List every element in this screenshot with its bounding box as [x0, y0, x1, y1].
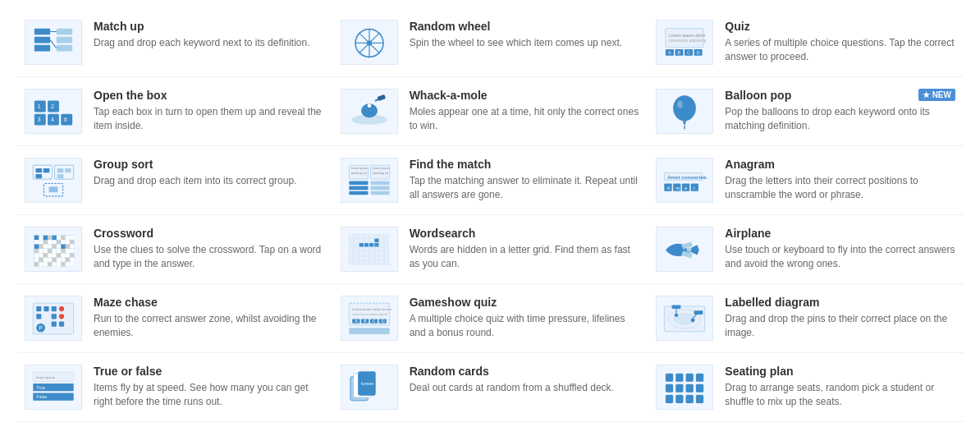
svg-rect-207 [36, 305, 41, 310]
activity-item-quiz[interactable]: Lorem ipsum dolor sit amet consectetur a… [648, 8, 964, 77]
svg-rect-1 [34, 36, 50, 43]
activity-title-quiz: Quiz [725, 20, 955, 33]
svg-point-44 [673, 95, 696, 121]
activity-title-maze-chase: Maze chase [94, 296, 324, 309]
svg-rect-238 [694, 310, 703, 315]
svg-rect-181 [349, 251, 353, 255]
svg-rect-254 [676, 384, 684, 392]
activity-description-crossword: Use the clues to solve the crossword. Ta… [94, 243, 324, 271]
svg-rect-193 [369, 256, 373, 260]
svg-rect-127 [39, 257, 43, 261]
activity-item-maze-chase[interactable]: P Maze chaseRun to the correct answer zo… [16, 284, 332, 353]
svg-rect-55 [57, 173, 64, 177]
svg-rect-119 [44, 253, 48, 257]
activity-item-open-the-box[interactable]: 1 2 3 4 6 Open the boxTap each box in tu… [16, 77, 332, 146]
svg-rect-175 [359, 247, 363, 251]
activity-item-airplane[interactable]: AirplaneUse touch or keyboard to fly int… [648, 215, 964, 284]
svg-rect-143 [70, 262, 74, 266]
svg-rect-160 [364, 238, 368, 242]
svg-text:Lorem ipsum dolor sit amet: Lorem ipsum dolor sit amet [669, 32, 707, 37]
svg-rect-50 [35, 168, 42, 172]
svg-rect-0 [34, 28, 50, 34]
svg-rect-229 [349, 328, 389, 334]
svg-point-205 [687, 246, 692, 251]
activity-item-gameshow-quiz[interactable]: Lorem ipsum dolor sit amet consectetur a… [332, 284, 648, 353]
svg-rect-138 [48, 262, 52, 266]
svg-rect-192 [364, 256, 368, 260]
svg-rect-134 [70, 257, 74, 261]
activity-icon-gameshow-quiz: Lorem ipsum dolor sit amet consectetur a… [341, 296, 398, 341]
activity-description-random-wheel: Spin the wheel to see which item comes u… [410, 36, 622, 50]
activity-item-wordsearch[interactable]: WordsearchWords are hidden in a letter g… [332, 215, 648, 284]
new-badge: NEW [918, 89, 955, 101]
svg-point-41 [367, 103, 371, 108]
svg-rect-252 [696, 373, 703, 381]
svg-rect-251 [686, 373, 694, 381]
svg-text:P: P [39, 325, 43, 331]
activity-item-balloon-pop[interactable]: Balloon popPop the balloons to drop each… [648, 77, 964, 146]
activities-grid: Match upDrag and drop each keyword next … [16, 8, 964, 422]
svg-rect-182 [354, 251, 358, 255]
activity-icon-balloon-pop [656, 89, 713, 134]
svg-rect-104 [57, 244, 61, 248]
svg-rect-249 [666, 373, 673, 381]
svg-rect-135 [34, 262, 39, 266]
svg-rect-212 [59, 314, 64, 319]
activity-icon-crossword [25, 227, 82, 272]
activity-icon-random-wheel [341, 20, 398, 65]
svg-text:C: C [687, 50, 690, 55]
svg-rect-86 [57, 235, 61, 239]
svg-rect-101 [44, 244, 48, 248]
svg-rect-61 [349, 181, 368, 185]
svg-text:B: B [364, 319, 367, 324]
activity-item-whack-a-mole[interactable]: Whack-a-moleMoles appear one at a time, … [332, 77, 648, 146]
svg-rect-196 [384, 256, 388, 260]
activity-text-match-up: Match upDrag and drop each keyword next … [94, 20, 309, 50]
svg-rect-203 [379, 260, 383, 264]
activity-item-labelled-diagram[interactable]: Labelled diagramDrag and drop the pins t… [648, 284, 964, 353]
activity-item-group-sort[interactable]: Group sortDrag and drop each item into i… [16, 146, 332, 215]
svg-rect-235 [672, 305, 681, 309]
svg-rect-5 [57, 44, 72, 51]
activity-item-match-up[interactable]: Match upDrag and drop each keyword next … [16, 8, 332, 77]
svg-rect-97 [66, 240, 70, 244]
activity-item-random-wheel[interactable]: Random wheelSpin the wheel to see which … [332, 8, 648, 77]
activity-item-true-or-false[interactable]: lorem ipsum True False True or falseItem… [16, 353, 332, 422]
activity-item-find-the-match[interactable]: lorem ipsum stacking sit lorem ipsum sta… [332, 146, 648, 215]
svg-rect-164 [384, 238, 388, 242]
activity-text-maze-chase: Maze chaseRun to the correct answer zone… [94, 296, 324, 340]
svg-text:6: 6 [64, 116, 67, 122]
svg-rect-139 [52, 262, 56, 266]
svg-rect-167 [359, 242, 363, 246]
svg-text:False: False [36, 394, 47, 399]
activity-title-random-cards: Random cards [410, 365, 614, 378]
svg-rect-114 [61, 248, 65, 252]
activity-title-true-or-false: True or false [94, 365, 324, 378]
svg-rect-157 [349, 238, 353, 242]
activity-text-open-the-box: Open the boxTap each box in turn to open… [94, 89, 324, 133]
svg-rect-93 [48, 240, 52, 244]
activity-text-quiz: QuizA series of multiple choice question… [725, 20, 955, 64]
activity-item-random-cards[interactable]: lorem Random cardsDeal out cards at rand… [332, 353, 648, 422]
activity-item-anagram[interactable]: Amet consectetur elit A m e t AnagramDra… [648, 146, 964, 215]
activity-item-crossword[interactable]: CrosswordUse the clues to solve the cros… [16, 215, 332, 284]
svg-rect-126 [34, 257, 39, 261]
svg-rect-107 [70, 244, 74, 248]
activity-title-open-the-box: Open the box [94, 89, 324, 102]
svg-rect-151 [359, 234, 363, 238]
svg-rect-253 [666, 384, 673, 392]
svg-rect-109 [39, 248, 43, 252]
activity-description-find-the-match: Tap the matching answer to eliminate it.… [410, 174, 640, 202]
activity-description-balloon-pop: Pop the balloons to drop each keyword on… [725, 105, 955, 133]
svg-rect-214 [52, 321, 57, 326]
svg-rect-208 [44, 305, 48, 310]
activity-item-seating-plan[interactable]: Seating planDrag to arrange seats, rando… [648, 353, 964, 422]
svg-rect-113 [57, 248, 61, 252]
svg-rect-106 [66, 244, 70, 248]
svg-rect-91 [39, 240, 43, 244]
svg-rect-260 [696, 394, 703, 402]
svg-text:m: m [676, 185, 680, 191]
svg-text:lorem ipsum: lorem ipsum [350, 167, 368, 170]
svg-rect-162 [374, 238, 378, 242]
svg-rect-82 [39, 235, 43, 239]
